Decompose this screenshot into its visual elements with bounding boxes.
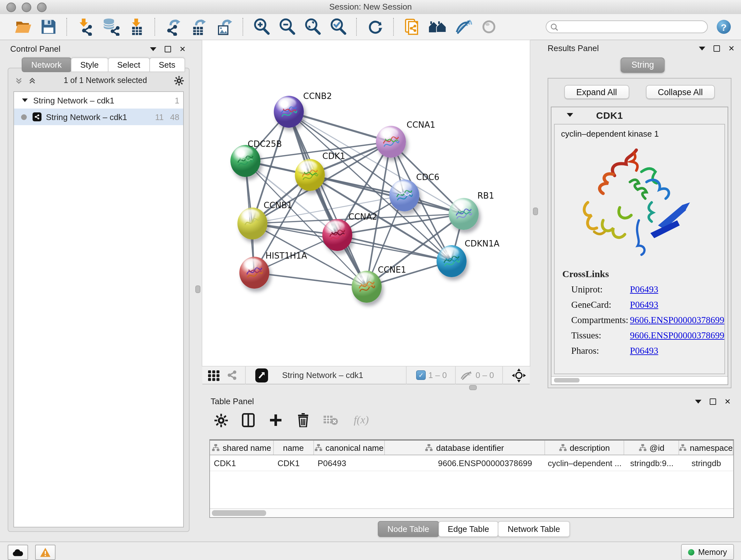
tab-style[interactable]: Style bbox=[71, 57, 108, 72]
network-canvas[interactable]: CCNB2CCNA1CDC25BCDK1CDC6RB1CCNB1CCNA2CDK… bbox=[202, 40, 530, 366]
column-header-@id[interactable]: @id bbox=[624, 441, 679, 455]
network-node-CDK1[interactable] bbox=[294, 159, 325, 191]
table-cell-canonical-name[interactable]: P06493 bbox=[314, 455, 385, 471]
cloud-button[interactable] bbox=[8, 545, 28, 560]
gene-section-header[interactable]: CDK1 bbox=[551, 107, 728, 123]
column-header-description[interactable]: description bbox=[545, 441, 624, 455]
import-network-from-database-icon[interactable] bbox=[102, 17, 121, 37]
help-button[interactable]: ? bbox=[717, 20, 731, 34]
tab-node-table[interactable]: Node Table bbox=[378, 521, 439, 537]
apply-function-icon[interactable]: f(x) bbox=[350, 412, 373, 428]
splitter-handle-left[interactable] bbox=[195, 286, 200, 293]
birds-eye-view-button[interactable] bbox=[253, 366, 270, 385]
network-node-CDKN1A[interactable] bbox=[436, 245, 466, 277]
close-panel-icon[interactable]: ✕ bbox=[179, 46, 186, 52]
table-cell-description[interactable]: cyclin–dependent ... bbox=[545, 455, 624, 471]
tab-edge-table[interactable]: Edge Table bbox=[438, 521, 499, 537]
network-collection-row[interactable]: String Network – cdk1 1 bbox=[14, 92, 183, 109]
selected-checkbox-icon[interactable]: ✓ bbox=[416, 370, 426, 380]
show-graphics-details-icon[interactable] bbox=[479, 17, 498, 37]
network-node-CCNB2[interactable] bbox=[273, 96, 304, 128]
crosslink-link[interactable]: P06493 bbox=[630, 300, 658, 310]
network-node-CDC6[interactable] bbox=[389, 179, 419, 211]
hide-graphics-details-icon[interactable] bbox=[454, 17, 473, 37]
maximize-panel-icon[interactable] bbox=[165, 46, 171, 52]
save-session-icon[interactable] bbox=[39, 17, 58, 37]
tab-network-table[interactable]: Network Table bbox=[498, 521, 569, 537]
table-settings-gear-icon[interactable] bbox=[212, 412, 229, 428]
network-edge[interactable] bbox=[288, 112, 391, 142]
hidden-eye-icon[interactable] bbox=[460, 370, 473, 380]
network-node-HIST1H1A[interactable] bbox=[239, 257, 269, 289]
results-scrollbar-thumb[interactable] bbox=[554, 378, 580, 382]
expand-all-button[interactable]: Expand All bbox=[564, 85, 629, 99]
splitter-handle-right[interactable] bbox=[533, 207, 538, 215]
float-panel-icon[interactable] bbox=[699, 47, 705, 51]
column-header-database-identifier[interactable]: database identifier bbox=[385, 441, 545, 455]
home-icon[interactable] bbox=[428, 17, 448, 37]
float-panel-icon[interactable] bbox=[150, 47, 156, 51]
zoom-fit-content-icon[interactable] bbox=[303, 17, 322, 37]
table-cell-shared-name[interactable]: CDK1 bbox=[210, 455, 274, 471]
collapse-triangle-icon[interactable] bbox=[22, 99, 28, 102]
splitter-handle-bottom[interactable] bbox=[469, 385, 477, 390]
table-cell-name[interactable]: CDK1 bbox=[274, 455, 314, 471]
export-image-icon[interactable] bbox=[215, 17, 234, 37]
open-session-icon[interactable] bbox=[13, 17, 32, 37]
search-input[interactable] bbox=[558, 22, 703, 32]
collapse-all-button[interactable]: Collapse All bbox=[646, 85, 715, 99]
maximize-panel-icon[interactable] bbox=[714, 45, 720, 52]
import-string-network-icon[interactable] bbox=[403, 17, 422, 37]
gear-icon[interactable] bbox=[174, 76, 184, 85]
network-share-icon[interactable] bbox=[224, 366, 239, 385]
expand-all-icon[interactable] bbox=[28, 76, 37, 84]
table-cell-@id[interactable]: stringdb:9... bbox=[624, 455, 679, 471]
reposition-crosshair-icon[interactable] bbox=[511, 366, 527, 385]
zoom-selected-icon[interactable] bbox=[329, 17, 348, 37]
network-node-CCNE1[interactable] bbox=[351, 271, 381, 303]
collapse-triangle-icon[interactable] bbox=[567, 113, 573, 117]
network-edges-layer[interactable] bbox=[202, 40, 530, 366]
table-cell-namespace[interactable]: stringdb bbox=[679, 455, 733, 471]
tab-network[interactable]: Network bbox=[22, 57, 71, 72]
clear-table-icon[interactable] bbox=[322, 412, 339, 428]
crosslink-link[interactable]: P06493 bbox=[630, 284, 658, 295]
column-header-name[interactable]: name bbox=[274, 441, 314, 455]
tab-sets[interactable]: Sets bbox=[149, 57, 185, 72]
network-row-selected[interactable]: String Network – cdk1 11 48 bbox=[14, 109, 183, 125]
crosslink-link[interactable]: 9606.ENSP00000378699 bbox=[630, 330, 724, 341]
column-header-namespace[interactable]: namespace bbox=[679, 441, 733, 455]
zoom-out-icon[interactable] bbox=[278, 17, 297, 37]
network-edge[interactable] bbox=[310, 175, 463, 214]
close-panel-icon[interactable]: ✕ bbox=[728, 45, 735, 52]
column-header-canonical-name[interactable]: canonical name bbox=[314, 441, 385, 455]
export-table-icon[interactable] bbox=[190, 17, 209, 37]
show-columns-icon[interactable] bbox=[240, 412, 257, 428]
grid-view-icon[interactable] bbox=[206, 366, 221, 385]
zoom-in-icon[interactable] bbox=[252, 17, 271, 37]
table-scrollbar-thumb[interactable] bbox=[212, 510, 266, 516]
network-node-CDC25B[interactable] bbox=[230, 145, 260, 177]
crosslink-link[interactable]: P06493 bbox=[630, 346, 658, 356]
float-panel-icon[interactable] bbox=[695, 400, 701, 403]
add-column-icon[interactable] bbox=[267, 412, 284, 428]
export-network-icon[interactable] bbox=[164, 17, 183, 37]
network-node-CCNA1[interactable] bbox=[376, 126, 406, 158]
network-edge[interactable] bbox=[254, 273, 366, 287]
results-scrollbar[interactable] bbox=[551, 376, 728, 384]
crosslink-link[interactable]: 9606.ENSP00000378699 bbox=[630, 315, 724, 326]
network-edge[interactable] bbox=[337, 235, 451, 261]
apply-preferred-layout-icon[interactable] bbox=[366, 17, 385, 37]
table-horizontal-scrollbar[interactable] bbox=[210, 508, 733, 517]
maximize-panel-icon[interactable] bbox=[710, 398, 716, 405]
column-header-shared-name[interactable]: shared name bbox=[210, 441, 274, 455]
tab-string[interactable]: String bbox=[621, 57, 665, 73]
table-row[interactable]: CDK1CDK1P064939606.ENSP00000378699cyclin… bbox=[210, 455, 733, 471]
memory-button[interactable]: Memory bbox=[681, 544, 734, 560]
import-table-from-file-icon[interactable] bbox=[127, 17, 146, 37]
collapse-all-icon[interactable] bbox=[15, 76, 23, 84]
network-node-RB1[interactable] bbox=[448, 198, 478, 230]
network-node-CCNA2[interactable] bbox=[322, 219, 352, 251]
table-cell-database-identifier[interactable]: 9606.ENSP00000378699 bbox=[385, 455, 545, 471]
warning-button[interactable] bbox=[35, 545, 56, 560]
